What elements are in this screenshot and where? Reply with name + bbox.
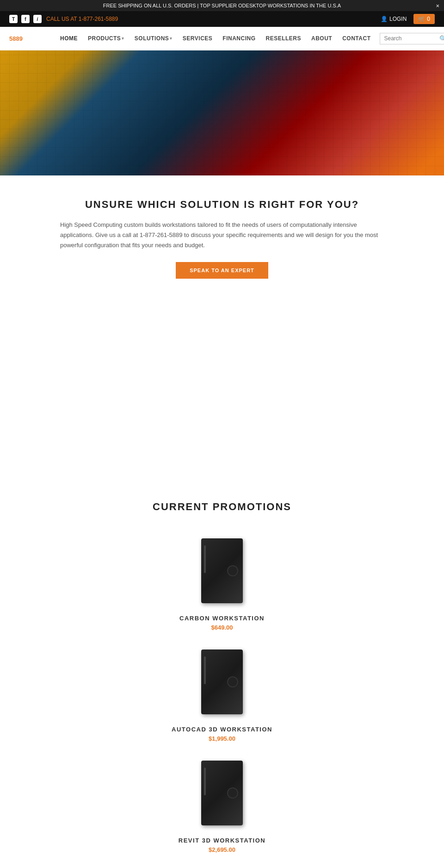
login-label: LOGIN bbox=[389, 16, 407, 22]
tower-pc-icon bbox=[201, 538, 243, 603]
second-bar-left: T f i CALL US AT 1-877-261-5889 bbox=[9, 15, 118, 23]
tower-pc-icon bbox=[201, 649, 243, 714]
login-button[interactable]: 👤 LOGIN bbox=[381, 16, 407, 22]
nav-financing[interactable]: FINANCING bbox=[218, 31, 260, 45]
expert-section: UNSURE WHICH SOLUTION IS RIGHT FOR YOU? … bbox=[0, 175, 444, 302]
list-item[interactable]: AUTOCAD 3D WORKSTATION $1,995.00 bbox=[157, 638, 287, 749]
nav-services[interactable]: SERVICES bbox=[178, 31, 217, 45]
nav-contact[interactable]: CONTACT bbox=[338, 31, 375, 45]
list-item[interactable]: CARBON WORKSTATION $649.00 bbox=[157, 527, 287, 638]
second-bar: T f i CALL US AT 1-877-261-5889 👤 LOGIN … bbox=[0, 11, 444, 27]
top-bar: FREE SHIPPING ON ALL U.S. ORDERS | TOP S… bbox=[0, 0, 444, 11]
cart-count: 0 bbox=[427, 16, 430, 22]
list-item[interactable]: REVIT 3D WORKSTATION $2,695.00 bbox=[157, 749, 287, 860]
promotions-title: CURRENT PROMOTIONS bbox=[18, 501, 426, 513]
logo[interactable]: 5889 bbox=[9, 35, 46, 42]
instagram-icon[interactable]: i bbox=[33, 15, 42, 23]
product-image-carbon bbox=[190, 534, 254, 608]
promotions-section: CURRENT PROMOTIONS CARBON WORKSTATION $6… bbox=[0, 487, 444, 868]
product-name: AUTOCAD 3D WORKSTATION bbox=[164, 726, 280, 733]
user-icon: 👤 bbox=[381, 16, 388, 22]
social-icons: T f i bbox=[9, 15, 42, 23]
product-price: $649.00 bbox=[164, 624, 280, 631]
expert-section-desc: High Speed Computing custom builds works… bbox=[60, 220, 384, 250]
cart-icon: 🛒 bbox=[418, 16, 425, 22]
call-text: CALL US AT 1-877-261-5889 bbox=[46, 16, 118, 22]
spacer bbox=[0, 302, 444, 487]
top-bar-message: FREE SHIPPING ON ALL U.S. ORDERS | TOP S… bbox=[103, 3, 341, 8]
cart-button[interactable]: 🛒 0 bbox=[413, 14, 435, 24]
product-name: CARBON WORKSTATION bbox=[164, 615, 280, 622]
product-name: REVIT 3D WORKSTATION bbox=[164, 837, 280, 844]
product-image-autocad bbox=[190, 645, 254, 719]
nav-solutions[interactable]: SOLUTIONS▾ bbox=[130, 31, 177, 45]
search-icon[interactable]: 🔍 bbox=[439, 35, 444, 42]
product-list: CARBON WORKSTATION $649.00 AUTOCAD 3D WO… bbox=[18, 527, 426, 860]
twitter-icon[interactable]: T bbox=[9, 15, 18, 23]
expert-section-title: UNSURE WHICH SOLUTION IS RIGHT FOR YOU? bbox=[18, 199, 426, 211]
chevron-down-icon: ▾ bbox=[170, 36, 173, 41]
nav-links: HOME PRODUCTS▾ SOLUTIONS▾ SERVICES FINAN… bbox=[56, 31, 375, 45]
close-icon[interactable]: × bbox=[436, 2, 439, 9]
nav-bar: 5889 HOME PRODUCTS▾ SOLUTIONS▾ SERVICES … bbox=[0, 27, 444, 50]
nav-about[interactable]: ABOUT bbox=[307, 31, 337, 45]
product-price: $1,995.00 bbox=[164, 735, 280, 742]
second-bar-right: 👤 LOGIN 🛒 0 bbox=[381, 14, 435, 24]
speak-to-expert-button[interactable]: SPEAK TO AN EXPERT bbox=[176, 262, 268, 279]
nav-home[interactable]: HOME bbox=[56, 31, 82, 45]
nav-products[interactable]: PRODUCTS▾ bbox=[83, 31, 129, 45]
facebook-icon[interactable]: f bbox=[21, 15, 30, 23]
tower-pc-icon bbox=[201, 761, 243, 825]
search-input[interactable] bbox=[384, 35, 439, 42]
search-area[interactable]: 🔍 bbox=[380, 33, 444, 44]
logo-text: 5889 bbox=[9, 35, 23, 42]
product-price: $2,695.00 bbox=[164, 846, 280, 853]
nav-resellers[interactable]: RESELLERS bbox=[261, 31, 306, 45]
hero-motherboard-bg bbox=[0, 50, 444, 175]
hero-image bbox=[0, 50, 444, 175]
product-image-revit bbox=[190, 756, 254, 830]
chevron-down-icon: ▾ bbox=[122, 36, 124, 41]
